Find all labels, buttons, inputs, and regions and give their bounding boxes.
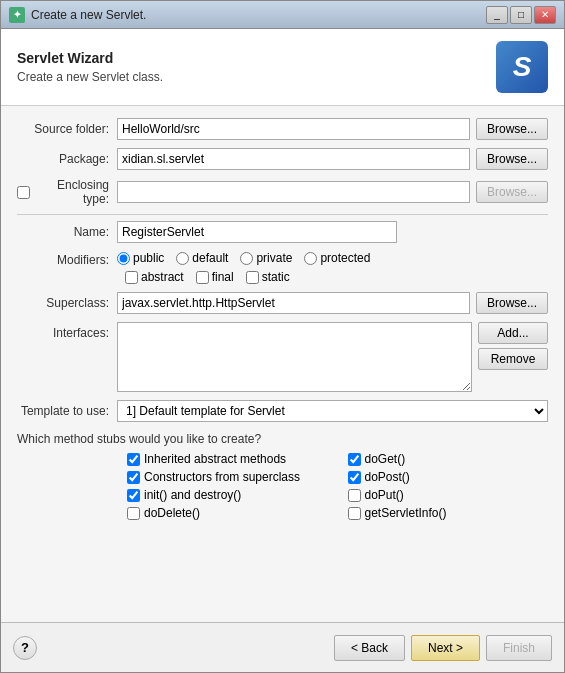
modifiers-checkboxes: abstract final static bbox=[125, 270, 548, 284]
stub-inherited-abstract-label: Inherited abstract methods bbox=[144, 452, 286, 466]
name-label: Name: bbox=[17, 225, 117, 239]
template-select[interactable]: 1] Default template for Servlet bbox=[117, 400, 548, 422]
superclass-browse-button[interactable]: Browse... bbox=[476, 292, 548, 314]
separator-1 bbox=[17, 214, 548, 215]
radio-public-label: public bbox=[133, 251, 164, 265]
wizard-header: Servlet Wizard Create a new Servlet clas… bbox=[1, 29, 564, 106]
template-row: Template to use: 1] Default template for… bbox=[17, 400, 548, 422]
interfaces-buttons: Add... Remove bbox=[478, 322, 548, 392]
wizard-title: Servlet Wizard bbox=[17, 50, 163, 66]
radio-private[interactable] bbox=[240, 252, 253, 265]
enclosing-row: Enclosing type: Browse... bbox=[17, 178, 548, 206]
enclosing-checkbox[interactable] bbox=[17, 186, 30, 199]
check-static[interactable] bbox=[246, 271, 259, 284]
radio-protected[interactable] bbox=[304, 252, 317, 265]
enclosing-browse-button[interactable]: Browse... bbox=[476, 181, 548, 203]
stub-getservletinfo: getServletInfo() bbox=[348, 506, 549, 520]
stub-doget-label: doGet() bbox=[365, 452, 406, 466]
check-dodelete[interactable] bbox=[127, 507, 140, 520]
bottom-right: < Back Next > Finish bbox=[334, 635, 552, 661]
stub-constructors-label: Constructors from superclass bbox=[144, 470, 300, 484]
check-doput[interactable] bbox=[348, 489, 361, 502]
bottom-bar: ? < Back Next > Finish bbox=[1, 622, 564, 672]
stub-constructors: Constructors from superclass bbox=[127, 470, 328, 484]
finish-button[interactable]: Finish bbox=[486, 635, 552, 661]
maximize-button[interactable]: □ bbox=[510, 6, 532, 24]
wizard-subtitle: Create a new Servlet class. bbox=[17, 70, 163, 84]
template-label: Template to use: bbox=[17, 404, 117, 418]
check-getservletinfo[interactable] bbox=[348, 507, 361, 520]
radio-protected-option: protected bbox=[304, 251, 370, 265]
radio-public-option: public bbox=[117, 251, 164, 265]
header-text: Servlet Wizard Create a new Servlet clas… bbox=[17, 50, 163, 84]
dialog-body: Servlet Wizard Create a new Servlet clas… bbox=[1, 29, 564, 672]
source-folder-label: Source folder: bbox=[17, 122, 117, 136]
dialog-window: ✦ Create a new Servlet. _ □ ✕ Servlet Wi… bbox=[0, 0, 565, 673]
next-button[interactable]: Next > bbox=[411, 635, 480, 661]
stubs-title: Which method stubs would you like to cre… bbox=[17, 432, 548, 446]
radio-private-label: private bbox=[256, 251, 292, 265]
stub-dopost: doPost() bbox=[348, 470, 549, 484]
package-browse-button[interactable]: Browse... bbox=[476, 148, 548, 170]
bottom-left: ? bbox=[13, 636, 37, 660]
stub-dodelete-label: doDelete() bbox=[144, 506, 200, 520]
superclass-input[interactable] bbox=[117, 292, 470, 314]
check-init-destroy[interactable] bbox=[127, 489, 140, 502]
modifiers-label: Modifiers: bbox=[17, 253, 117, 267]
modifiers-radios: public default private protected bbox=[117, 251, 370, 265]
back-button[interactable]: < Back bbox=[334, 635, 405, 661]
title-bar: ✦ Create a new Servlet. _ □ ✕ bbox=[1, 1, 564, 29]
close-button[interactable]: ✕ bbox=[534, 6, 556, 24]
form-area: Source folder: Browse... Package: Browse… bbox=[1, 106, 564, 622]
superclass-row: Superclass: Browse... bbox=[17, 292, 548, 314]
check-abstract[interactable] bbox=[125, 271, 138, 284]
radio-default[interactable] bbox=[176, 252, 189, 265]
stub-init-destroy-label: init() and destroy() bbox=[144, 488, 241, 502]
stub-inherited-abstract: Inherited abstract methods bbox=[127, 452, 328, 466]
stub-dodelete: doDelete() bbox=[127, 506, 328, 520]
check-doget[interactable] bbox=[348, 453, 361, 466]
interfaces-box[interactable] bbox=[117, 322, 472, 392]
enclosing-input[interactable] bbox=[117, 181, 470, 203]
check-abstract-label: abstract bbox=[141, 270, 184, 284]
check-constructors[interactable] bbox=[127, 471, 140, 484]
remove-interface-button[interactable]: Remove bbox=[478, 348, 548, 370]
minimize-button[interactable]: _ bbox=[486, 6, 508, 24]
window-controls: _ □ ✕ bbox=[486, 6, 556, 24]
check-inherited-abstract[interactable] bbox=[127, 453, 140, 466]
radio-default-option: default bbox=[176, 251, 228, 265]
help-button[interactable]: ? bbox=[13, 636, 37, 660]
add-interface-button[interactable]: Add... bbox=[478, 322, 548, 344]
check-dopost[interactable] bbox=[348, 471, 361, 484]
stubs-section: Which method stubs would you like to cre… bbox=[17, 432, 548, 520]
source-folder-browse-button[interactable]: Browse... bbox=[476, 118, 548, 140]
stubs-grid: Inherited abstract methods doGet() Const… bbox=[127, 452, 548, 520]
package-row: Package: Browse... bbox=[17, 148, 548, 170]
stub-doput: doPut() bbox=[348, 488, 549, 502]
source-folder-input[interactable] bbox=[117, 118, 470, 140]
package-controls: Browse... bbox=[117, 148, 548, 170]
enclosing-label-area: Enclosing type: bbox=[17, 178, 117, 206]
enclosing-controls: Browse... bbox=[117, 181, 548, 203]
stub-dopost-label: doPost() bbox=[365, 470, 410, 484]
name-input[interactable] bbox=[117, 221, 397, 243]
name-row: Name: bbox=[17, 221, 548, 243]
check-static-option: static bbox=[246, 270, 290, 284]
modifiers-section: Modifiers: public default private bbox=[17, 251, 548, 284]
name-controls bbox=[117, 221, 548, 243]
title-icon: ✦ bbox=[9, 7, 25, 23]
interfaces-section: Interfaces: Add... Remove bbox=[17, 322, 548, 392]
radio-protected-label: protected bbox=[320, 251, 370, 265]
check-abstract-option: abstract bbox=[125, 270, 184, 284]
check-static-label: static bbox=[262, 270, 290, 284]
title-text: Create a new Servlet. bbox=[31, 8, 486, 22]
check-final[interactable] bbox=[196, 271, 209, 284]
package-input[interactable] bbox=[117, 148, 470, 170]
package-label: Package: bbox=[17, 152, 117, 166]
radio-private-option: private bbox=[240, 251, 292, 265]
superclass-label: Superclass: bbox=[17, 296, 117, 310]
radio-default-label: default bbox=[192, 251, 228, 265]
radio-public[interactable] bbox=[117, 252, 130, 265]
source-folder-row: Source folder: Browse... bbox=[17, 118, 548, 140]
superclass-controls: Browse... bbox=[117, 292, 548, 314]
